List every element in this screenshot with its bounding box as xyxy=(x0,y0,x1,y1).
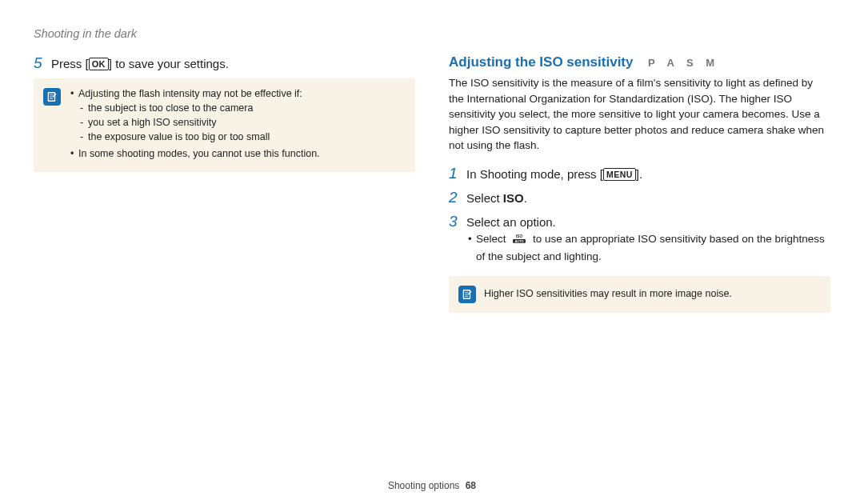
two-column-layout: 5 Press [OK] to save your settings. Adju… xyxy=(34,54,830,313)
note-callout: Higher ISO sensitivities may result in m… xyxy=(449,276,830,313)
mode-indicator: P A S M xyxy=(648,57,719,69)
step-number: 5 xyxy=(34,54,43,72)
breadcrumb: Shooting in the dark xyxy=(34,27,830,40)
right-column: Adjusting the ISO sensitivity P A S M Th… xyxy=(449,54,830,313)
step-3: 3 Select an option. xyxy=(449,213,830,230)
text-fragment: ]. xyxy=(636,167,642,181)
section-intro: The ISO sensitivity is the measure of a … xyxy=(449,75,830,154)
note-text: Higher ISO sensitivities may result in m… xyxy=(484,288,732,299)
step-number: 2 xyxy=(449,189,458,206)
step-2: 2 Select ISO. xyxy=(449,189,830,206)
step-text: Select an option. xyxy=(466,214,556,230)
svg-text:AUTO: AUTO xyxy=(515,239,524,243)
page-number: 68 xyxy=(466,480,476,491)
note-subline: the exposure value is too big or too sma… xyxy=(78,130,406,144)
step-text: Select ISO. xyxy=(466,190,527,206)
text-fragment: Adjusting the flash intensity may not be… xyxy=(78,88,302,99)
sub-bullet: Select ISOAUTO to use an appropriate ISO… xyxy=(468,232,830,265)
ok-key-icon: OK xyxy=(89,58,109,70)
note-icon xyxy=(458,286,476,303)
text-fragment: to use an appropriate ISO sensitivity ba… xyxy=(476,233,825,262)
step-3-detail: Select ISOAUTO to use an appropriate ISO… xyxy=(449,232,830,265)
note-body: Higher ISO sensitivities may result in m… xyxy=(484,284,821,303)
step-text: Press [OK] to save your settings. xyxy=(51,55,229,72)
menu-key-icon: MENU xyxy=(603,168,636,181)
footer-section: Shooting options xyxy=(388,480,459,491)
note-line: Adjusting the flash intensity may not be… xyxy=(70,86,406,145)
text-fragment: In Shooting mode, press [ xyxy=(466,167,603,181)
step-number: 3 xyxy=(449,213,458,230)
page-footer: Shooting options 68 xyxy=(0,480,864,491)
text-fragment: Select xyxy=(466,191,503,205)
note-subline: you set a high ISO sensitivity xyxy=(78,115,406,130)
text-fragment: Select xyxy=(476,233,509,245)
step-1: 1 In Shooting mode, press [MENU]. xyxy=(449,165,830,182)
section-title: Adjusting the ISO sensitivity xyxy=(449,54,633,70)
text-fragment: ] to save your settings. xyxy=(109,57,229,70)
step-text: In Shooting mode, press [MENU]. xyxy=(466,166,642,182)
iso-auto-icon: ISOAUTO xyxy=(510,234,528,250)
text-fragment: Press [ xyxy=(51,57,89,70)
note-callout: Adjusting the flash intensity may not be… xyxy=(34,78,415,172)
svg-text:ISO: ISO xyxy=(516,234,522,238)
manual-page: Shooting in the dark 5 Press [OK] to sav… xyxy=(0,0,864,504)
section-header: Adjusting the ISO sensitivity P A S M xyxy=(449,54,830,70)
step-5: 5 Press [OK] to save your settings. xyxy=(34,54,415,72)
note-line: In some shooting modes, you cannot use t… xyxy=(70,146,406,161)
note-icon xyxy=(43,88,61,106)
left-column: 5 Press [OK] to save your settings. Adju… xyxy=(34,54,415,313)
bold-text: ISO xyxy=(503,191,524,205)
text-fragment: . xyxy=(524,191,527,205)
note-body: Adjusting the flash intensity may not be… xyxy=(69,86,406,162)
note-subline: the subject is too close to the camera xyxy=(78,101,406,115)
step-number: 1 xyxy=(449,165,458,182)
